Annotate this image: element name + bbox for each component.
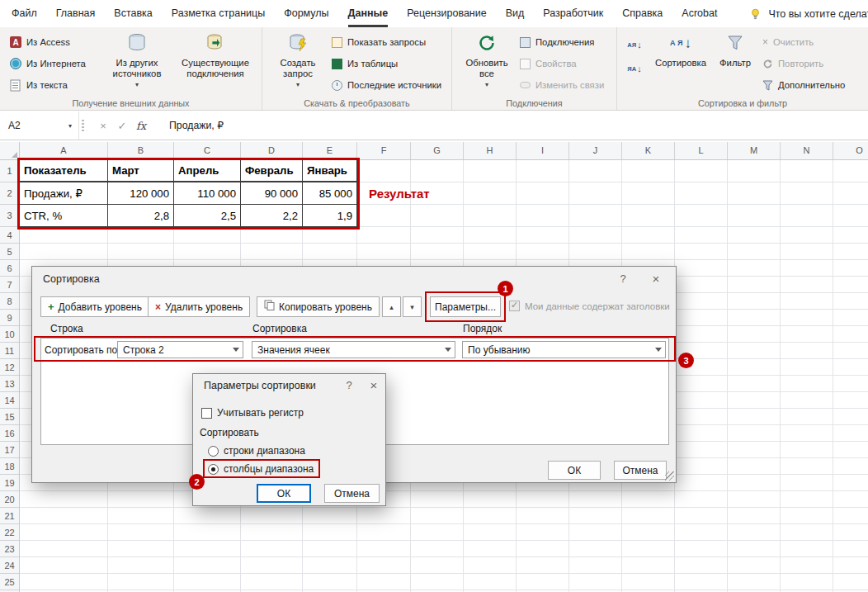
edit-links-button[interactable]: Изменить связи	[520, 76, 604, 94]
tell-me-box[interactable]: Что вы хотите сделать?	[749, 0, 868, 27]
row-header-19[interactable]: 19	[0, 475, 19, 491]
connections-button[interactable]: Подключения	[520, 33, 594, 51]
column-header-E[interactable]: E	[303, 142, 357, 159]
from-text-button[interactable]: Из текста	[10, 76, 68, 94]
filter-button[interactable]: Фильтр	[713, 31, 757, 69]
column-header-L[interactable]: L	[675, 142, 728, 159]
row-header-14[interactable]: 14	[0, 392, 19, 409]
table-cell-e1[interactable]: Январь	[303, 160, 357, 182]
row-header-8[interactable]: 8	[0, 293, 19, 310]
row-header-11[interactable]: 11	[0, 343, 19, 359]
select-all-corner[interactable]	[0, 142, 20, 160]
case-sensitive-checkbox[interactable]: Учитывать регистр	[201, 407, 304, 419]
table-cell-c1[interactable]: Апрель	[174, 160, 241, 182]
table-cell-c2[interactable]: 110 000	[174, 182, 241, 205]
table-cell-b1[interactable]: Март	[108, 160, 174, 182]
move-level-down-button[interactable]: ▾	[403, 296, 422, 317]
name-box[interactable]: A2 ▾	[0, 111, 79, 140]
tab-home[interactable]: Главная	[56, 0, 96, 27]
copy-level-button[interactable]: Копировать уровень	[257, 296, 380, 317]
help-button[interactable]: ?	[610, 267, 636, 290]
sort-dialog-titlebar[interactable]: Сортировка	[32, 267, 676, 291]
column-header-I[interactable]: I	[517, 142, 569, 159]
sort-cancel-button[interactable]: Отмена	[614, 461, 667, 480]
table-cell-a3[interactable]: CTR, %	[20, 205, 108, 227]
sort-by-row-select[interactable]: Строка 2	[117, 341, 243, 358]
move-level-up-button[interactable]: ▴	[382, 296, 401, 317]
row-header-17[interactable]: 17	[0, 442, 19, 458]
table-cell-d1[interactable]: Февраль	[241, 160, 303, 182]
sort-ok-button[interactable]: ОК	[548, 461, 601, 480]
row-header-4[interactable]: 4	[0, 227, 19, 244]
my-data-has-headers-checkbox[interactable]: Мои данные содержат заголовки	[509, 301, 670, 311]
cancel-entry-button[interactable]: ×	[94, 111, 112, 140]
column-header-H[interactable]: H	[464, 142, 517, 159]
column-header-G[interactable]: G	[411, 142, 464, 159]
add-level-button[interactable]: + Добавить уровень	[40, 296, 149, 317]
from-web-button[interactable]: Из Интернета	[10, 54, 86, 73]
row-header-25[interactable]: 25	[0, 574, 19, 590]
row-header-22[interactable]: 22	[0, 524, 19, 541]
tab-view[interactable]: Вид	[506, 0, 525, 27]
tab-data[interactable]: Данные	[348, 0, 389, 27]
row-header-10[interactable]: 10	[0, 326, 19, 343]
clear-filter-button[interactable]: × Очистить	[762, 33, 814, 51]
table-cell-b2[interactable]: 120 000	[108, 182, 174, 205]
column-header-J[interactable]: J	[569, 142, 622, 159]
sort-columns-radio[interactable]: столбцы диапазона	[208, 463, 314, 475]
sort-rows-radio[interactable]: строки диапазона	[208, 445, 305, 457]
row-header-13[interactable]: 13	[0, 376, 19, 392]
row-header-2[interactable]: 2	[0, 182, 19, 205]
properties-button[interactable]: Свойства	[520, 54, 577, 73]
table-cell-a1[interactable]: Показатель	[20, 160, 108, 182]
tab-file[interactable]: Файл	[12, 0, 37, 27]
reapply-button[interactable]: Повторить	[762, 54, 823, 73]
column-header-C[interactable]: C	[174, 142, 241, 159]
advanced-filter-button[interactable]: Дополнительно	[762, 76, 845, 94]
column-header-N[interactable]: N	[781, 142, 833, 159]
tab-insert[interactable]: Вставка	[114, 0, 152, 27]
existing-connections-button[interactable]: Существующие подключения	[173, 31, 257, 79]
insert-function-button[interactable]: fx	[132, 111, 150, 140]
options-ok-button[interactable]: ОК	[257, 484, 311, 503]
row-header-3[interactable]: 3	[0, 205, 19, 227]
tab-review[interactable]: Рецензирование	[407, 0, 487, 27]
table-cell-e3[interactable]: 1,9	[303, 205, 357, 227]
tab-page-layout[interactable]: Разметка страницы	[172, 0, 265, 27]
column-header-D[interactable]: D	[241, 142, 303, 159]
resize-grip[interactable]	[665, 471, 674, 481]
row-header-12[interactable]: 12	[0, 359, 19, 376]
delete-level-button[interactable]: × Удалить уровень	[148, 296, 250, 317]
from-table-button[interactable]: Из таблицы	[332, 54, 398, 73]
column-header-B[interactable]: B	[108, 142, 174, 159]
column-header-F[interactable]: F	[357, 142, 411, 159]
formula-input[interactable]: Продажи, ₽	[169, 111, 224, 140]
tab-developer[interactable]: Разработчик	[543, 0, 603, 27]
row-header-24[interactable]: 24	[0, 557, 19, 574]
help-button[interactable]: ?	[336, 373, 362, 396]
enter-entry-button[interactable]: ✓	[113, 111, 131, 140]
table-cell-b3[interactable]: 2,8	[108, 205, 174, 227]
show-queries-button[interactable]: Показать запросы	[332, 33, 426, 51]
close-button[interactable]: ×	[361, 373, 387, 396]
from-access-button[interactable]: A Из Access	[10, 33, 70, 51]
row-header-20[interactable]: 20	[0, 491, 19, 508]
row-header-5[interactable]: 5	[0, 244, 19, 260]
row-header-15[interactable]: 15	[0, 409, 19, 425]
close-button[interactable]: ×	[643, 267, 669, 290]
row-header-6[interactable]: 6	[0, 260, 19, 277]
row-header-9[interactable]: 9	[0, 310, 19, 326]
new-query-button[interactable]: Создать запрос ▾	[271, 31, 325, 90]
sort-descending-button[interactable]: ЯА ↓	[624, 59, 645, 78]
table-cell-e2[interactable]: 85 000	[303, 182, 357, 205]
refresh-all-button[interactable]: Обновить все ▾	[459, 31, 515, 90]
table-cell-a2[interactable]: Продажи, ₽	[20, 182, 108, 205]
tab-help[interactable]: Справка	[622, 0, 663, 27]
sort-on-select[interactable]: Значения ячеек	[252, 341, 455, 358]
sort-button[interactable]: А Я ↓ Сортировка	[652, 31, 710, 69]
table-cell-d3[interactable]: 2,2	[241, 205, 303, 227]
table-cell-d2[interactable]: 90 000	[241, 182, 303, 205]
sort-options-button[interactable]: Параметры...	[430, 296, 501, 317]
recent-sources-button[interactable]: Последние источники	[332, 76, 441, 94]
sort-ascending-button[interactable]: АЯ ↓	[624, 35, 645, 54]
